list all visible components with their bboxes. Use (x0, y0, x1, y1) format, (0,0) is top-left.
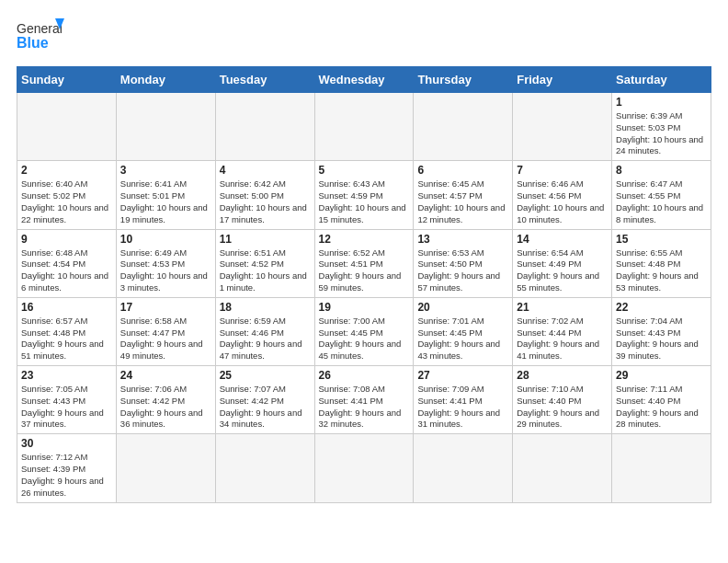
day-number: 26 (319, 369, 410, 382)
calendar-cell: 3Sunrise: 6:41 AM Sunset: 5:01 PM Daylig… (116, 161, 215, 229)
calendar-cell: 14Sunrise: 6:54 AM Sunset: 4:49 PM Dayli… (513, 229, 612, 297)
day-number: 17 (120, 301, 211, 314)
weekday-header-row: SundayMondayTuesdayWednesdayThursdayFrid… (17, 67, 711, 93)
calendar-cell (116, 434, 215, 502)
calendar-cell: 1Sunrise: 6:39 AM Sunset: 5:03 PM Daylig… (612, 93, 711, 161)
calendar-cell: 30Sunrise: 7:12 AM Sunset: 4:39 PM Dayli… (17, 434, 117, 502)
calendar-cell: 23Sunrise: 7:05 AM Sunset: 4:43 PM Dayli… (17, 366, 117, 434)
day-number: 10 (120, 233, 211, 246)
calendar-cell: 27Sunrise: 7:09 AM Sunset: 4:41 PM Dayli… (414, 366, 513, 434)
day-info: Sunrise: 6:58 AM Sunset: 4:47 PM Dayligh… (120, 316, 211, 362)
day-info: Sunrise: 6:42 AM Sunset: 5:00 PM Dayligh… (220, 178, 311, 225)
weekday-tuesday: Tuesday (215, 67, 314, 93)
day-info: Sunrise: 6:51 AM Sunset: 4:52 PM Dayligh… (220, 247, 311, 294)
weekday-wednesday: Wednesday (314, 67, 414, 93)
calendar-cell: 24Sunrise: 7:06 AM Sunset: 4:42 PM Dayli… (116, 366, 215, 434)
weekday-monday: Monday (116, 67, 215, 93)
week-row-1: 1Sunrise: 6:39 AM Sunset: 5:03 PM Daylig… (17, 93, 711, 161)
day-number: 18 (220, 301, 311, 314)
calendar-cell (215, 93, 314, 161)
day-number: 20 (417, 301, 508, 314)
day-number: 9 (21, 233, 112, 246)
day-info: Sunrise: 7:02 AM Sunset: 4:44 PM Dayligh… (517, 316, 608, 362)
calendar-cell (17, 93, 117, 161)
calendar-cell: 25Sunrise: 7:07 AM Sunset: 4:42 PM Dayli… (215, 366, 314, 434)
weekday-thursday: Thursday (414, 67, 513, 93)
day-number: 7 (517, 164, 608, 177)
day-info: Sunrise: 6:55 AM Sunset: 4:48 PM Dayligh… (616, 247, 707, 294)
week-row-5: 23Sunrise: 7:05 AM Sunset: 4:43 PM Dayli… (17, 366, 711, 434)
calendar-cell: 17Sunrise: 6:58 AM Sunset: 4:47 PM Dayli… (116, 297, 215, 365)
day-info: Sunrise: 6:48 AM Sunset: 4:54 PM Dayligh… (21, 247, 112, 294)
day-number: 16 (21, 301, 112, 314)
calendar-cell: 6Sunrise: 6:45 AM Sunset: 4:57 PM Daylig… (414, 161, 513, 229)
day-info: Sunrise: 7:10 AM Sunset: 4:40 PM Dayligh… (517, 384, 608, 431)
calendar-cell: 10Sunrise: 6:49 AM Sunset: 4:53 PM Dayli… (116, 229, 215, 297)
weekday-sunday: Sunday (17, 67, 117, 93)
calendar-cell: 8Sunrise: 6:47 AM Sunset: 4:55 PM Daylig… (612, 161, 711, 229)
day-info: Sunrise: 6:43 AM Sunset: 4:59 PM Dayligh… (319, 178, 410, 225)
day-number: 23 (21, 369, 112, 382)
day-info: Sunrise: 7:08 AM Sunset: 4:41 PM Dayligh… (319, 384, 410, 431)
calendar-cell: 5Sunrise: 6:43 AM Sunset: 4:59 PM Daylig… (314, 161, 414, 229)
week-row-4: 16Sunrise: 6:57 AM Sunset: 4:48 PM Dayli… (17, 297, 711, 365)
svg-text:General: General (17, 21, 63, 36)
page: General Blue SundayMondayTuesdayWednesda… (0, 0, 728, 563)
day-info: Sunrise: 6:39 AM Sunset: 5:03 PM Dayligh… (616, 110, 707, 157)
day-info: Sunrise: 6:54 AM Sunset: 4:49 PM Dayligh… (517, 247, 608, 294)
day-info: Sunrise: 6:40 AM Sunset: 5:02 PM Dayligh… (21, 178, 112, 225)
calendar-cell: 16Sunrise: 6:57 AM Sunset: 4:48 PM Dayli… (17, 297, 117, 365)
calendar-cell: 2Sunrise: 6:40 AM Sunset: 5:02 PM Daylig… (17, 161, 117, 229)
calendar-cell (612, 434, 711, 502)
day-number: 5 (319, 164, 410, 177)
calendar-cell (116, 93, 215, 161)
weekday-saturday: Saturday (612, 67, 711, 93)
day-info: Sunrise: 7:04 AM Sunset: 4:43 PM Dayligh… (616, 316, 707, 362)
calendar-cell: 12Sunrise: 6:52 AM Sunset: 4:51 PM Dayli… (314, 229, 414, 297)
day-number: 24 (120, 369, 211, 382)
calendar-cell: 7Sunrise: 6:46 AM Sunset: 4:56 PM Daylig… (513, 161, 612, 229)
calendar-cell: 19Sunrise: 7:00 AM Sunset: 4:45 PM Dayli… (314, 297, 414, 365)
calendar-cell: 13Sunrise: 6:53 AM Sunset: 4:50 PM Dayli… (414, 229, 513, 297)
day-info: Sunrise: 6:47 AM Sunset: 4:55 PM Dayligh… (616, 178, 707, 225)
day-info: Sunrise: 7:07 AM Sunset: 4:42 PM Dayligh… (220, 384, 311, 431)
header: General Blue (17, 17, 711, 57)
calendar-cell: 28Sunrise: 7:10 AM Sunset: 4:40 PM Dayli… (513, 366, 612, 434)
calendar-cell: 18Sunrise: 6:59 AM Sunset: 4:46 PM Dayli… (215, 297, 314, 365)
calendar-cell (513, 93, 612, 161)
week-row-2: 2Sunrise: 6:40 AM Sunset: 5:02 PM Daylig… (17, 161, 711, 229)
calendar-cell (215, 434, 314, 502)
day-number: 2 (21, 164, 112, 177)
calendar-cell: 4Sunrise: 6:42 AM Sunset: 5:00 PM Daylig… (215, 161, 314, 229)
day-number: 13 (417, 233, 508, 246)
calendar-cell: 20Sunrise: 7:01 AM Sunset: 4:45 PM Dayli… (414, 297, 513, 365)
day-number: 19 (319, 301, 410, 314)
calendar-cell (414, 93, 513, 161)
day-number: 12 (319, 233, 410, 246)
day-number: 28 (517, 369, 608, 382)
calendar-cell (513, 434, 612, 502)
day-info: Sunrise: 7:11 AM Sunset: 4:40 PM Dayligh… (616, 384, 707, 431)
day-number: 29 (616, 369, 707, 382)
day-info: Sunrise: 6:46 AM Sunset: 4:56 PM Dayligh… (517, 178, 608, 225)
day-number: 27 (417, 369, 508, 382)
calendar-cell: 21Sunrise: 7:02 AM Sunset: 4:44 PM Dayli… (513, 297, 612, 365)
day-info: Sunrise: 6:45 AM Sunset: 4:57 PM Dayligh… (417, 178, 508, 225)
calendar-cell (314, 93, 414, 161)
week-row-3: 9Sunrise: 6:48 AM Sunset: 4:54 PM Daylig… (17, 229, 711, 297)
logo: General Blue (17, 17, 64, 57)
day-info: Sunrise: 6:53 AM Sunset: 4:50 PM Dayligh… (417, 247, 508, 294)
day-info: Sunrise: 6:59 AM Sunset: 4:46 PM Dayligh… (220, 316, 311, 362)
day-number: 15 (616, 233, 707, 246)
day-number: 14 (517, 233, 608, 246)
day-info: Sunrise: 6:57 AM Sunset: 4:48 PM Dayligh… (21, 316, 112, 362)
day-number: 6 (417, 164, 508, 177)
day-number: 25 (220, 369, 311, 382)
svg-text:Blue: Blue (17, 35, 49, 51)
calendar-cell: 29Sunrise: 7:11 AM Sunset: 4:40 PM Dayli… (612, 366, 711, 434)
day-info: Sunrise: 6:49 AM Sunset: 4:53 PM Dayligh… (120, 247, 211, 294)
day-info: Sunrise: 7:06 AM Sunset: 4:42 PM Dayligh… (120, 384, 211, 431)
calendar-cell: 15Sunrise: 6:55 AM Sunset: 4:48 PM Dayli… (612, 229, 711, 297)
calendar-cell: 26Sunrise: 7:08 AM Sunset: 4:41 PM Dayli… (314, 366, 414, 434)
day-info: Sunrise: 7:09 AM Sunset: 4:41 PM Dayligh… (417, 384, 508, 431)
